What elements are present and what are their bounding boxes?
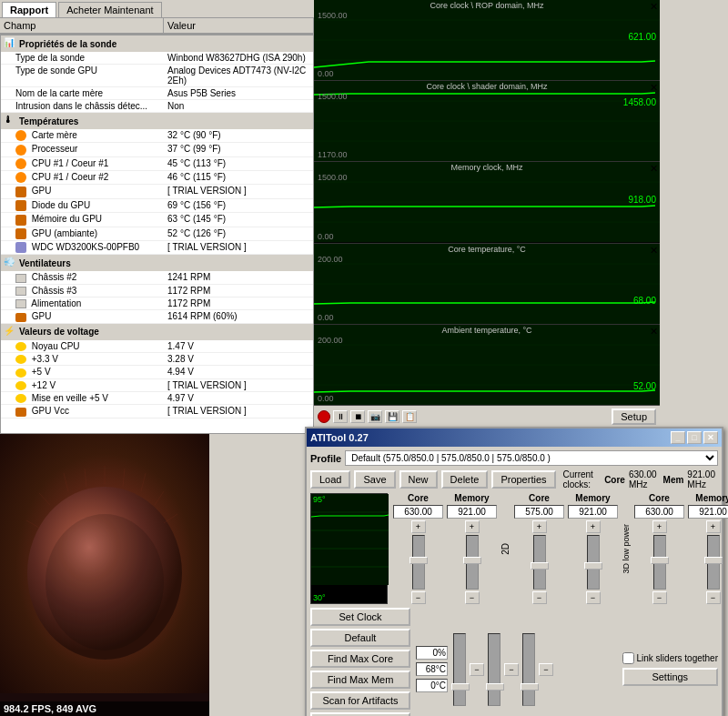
new-btn[interactable]: New: [399, 470, 438, 489]
graph-close-btn-2[interactable]: ✕: [650, 82, 658, 94]
table-row: +12 V [ TRIAL VERSION ]: [1, 379, 313, 392]
3d-perf-core-plus[interactable]: +: [652, 520, 667, 533]
3d-low-mem-minus[interactable]: −: [586, 591, 601, 604]
buttons-clocks-row: Load Save New Delete Properties Current …: [310, 469, 718, 489]
3d-low-mem-slider[interactable]: [587, 535, 600, 590]
properties-btn[interactable]: Properties: [491, 470, 555, 489]
link-sliders-row: Link sliders together: [622, 652, 719, 664]
3d-low-core-thumb[interactable]: [531, 562, 549, 570]
row-label: Carte mère: [1, 129, 165, 142]
3d-low-core-slider[interactable]: [533, 535, 546, 590]
row-label: CPU #1 / Coeur #2: [1, 171, 165, 184]
current-clocks-label: Current clocks:: [563, 469, 602, 489]
2d-mem-plus[interactable]: +: [465, 520, 480, 533]
graph-close-btn-4[interactable]: ✕: [650, 245, 658, 257]
2d-mem-thumb[interactable]: [463, 557, 481, 564]
3d-low-mem-plus[interactable]: +: [586, 520, 601, 533]
3d-low-core-input[interactable]: [514, 505, 564, 519]
fan-sliders: − − −: [453, 633, 617, 706]
graph-memory: ✕ Memory clock, MHz 1500.00 918.00 0.00: [314, 162, 660, 243]
2d-core-input[interactable]: [393, 505, 443, 519]
minimize-btn[interactable]: _: [671, 431, 685, 444]
profile-select[interactable]: Default (575.0/850.0 | 575.0/850.0 | 575…: [345, 450, 718, 466]
row-value: 37 °C (99 °F): [165, 143, 313, 156]
tab-acheter[interactable]: Acheter Maintenant: [58, 2, 161, 17]
row-label: Mise en veille +5 V: [1, 392, 165, 404]
row-value: 52 °C (126 °F): [165, 227, 313, 240]
2d-core-slider[interactable]: [412, 535, 425, 590]
2d-mem-slider[interactable]: [466, 535, 479, 590]
3d-low-mem-thumb[interactable]: [584, 562, 602, 570]
graph-svg-mem: [314, 162, 660, 242]
close-btn[interactable]: ✕: [703, 431, 718, 444]
3d-perf-core-slider[interactable]: [653, 535, 666, 590]
3d-perf-mem-plus[interactable]: +: [706, 520, 721, 533]
3d-perf-mem-slider[interactable]: [707, 535, 720, 590]
copy-btn[interactable]: 📋: [402, 410, 417, 423]
find-max-core-btn[interactable]: Find Max Core: [310, 650, 410, 668]
3d-perf-core-input[interactable]: [634, 505, 684, 519]
2d-core-thumb[interactable]: [410, 557, 428, 564]
pause-btn[interactable]: ⏸: [333, 410, 348, 423]
save-graph-btn[interactable]: 💾: [385, 410, 399, 423]
default-btn[interactable]: Default: [310, 629, 410, 647]
graph-close-btn-5[interactable]: ✕: [650, 326, 658, 338]
3d-perf-core-minus[interactable]: −: [652, 591, 667, 604]
3d-perf-mem-thumb[interactable]: [704, 557, 723, 564]
2d-mem-input[interactable]: [447, 505, 497, 519]
settings-btn[interactable]: Settings: [622, 668, 719, 686]
graph-close-btn-3[interactable]: ✕: [650, 163, 658, 175]
restore-btn[interactable]: □: [687, 431, 702, 444]
table-row: Carte mère 32 °C (90 °F): [1, 129, 313, 143]
temp-0-input[interactable]: [416, 679, 448, 692]
3d-low-core-minus[interactable]: −: [532, 591, 547, 604]
monitor-table[interactable]: 📊 Propriétés de la sonde Type de la sond…: [0, 35, 314, 434]
row-value: 63 °C (145 °F): [165, 213, 313, 226]
find-max-mem-btn[interactable]: Find Max Mem: [310, 671, 410, 689]
row-label: Intrusion dans le châssis détec...: [1, 100, 165, 112]
2d-core-plus[interactable]: +: [411, 520, 426, 533]
link-sliders-checkbox[interactable]: [622, 652, 634, 664]
fan-slider-3[interactable]: [522, 633, 535, 706]
graph-svg-rop: [314, 0, 660, 80]
link-settings: Link sliders together Settings: [622, 652, 719, 686]
row-value: 1241 RPM: [165, 271, 313, 283]
graph-max: 1500.00: [318, 11, 348, 20]
3d-perf-mem-input[interactable]: [688, 505, 728, 519]
profile-label: Profile: [310, 453, 341, 464]
setup-btn[interactable]: Setup: [612, 408, 656, 425]
graph-close-btn[interactable]: ✕: [650, 1, 658, 13]
row-value: 3.28 V: [165, 353, 313, 365]
row-label: Mémoire du GPU: [1, 213, 165, 226]
2d-label-col: 2D: [500, 493, 511, 604]
3d-low-core-plus[interactable]: +: [532, 520, 547, 533]
scan-artifacts-btn[interactable]: Scan for Artifacts: [310, 691, 410, 710]
delete-btn[interactable]: Delete: [441, 470, 489, 489]
camera-btn[interactable]: 📷: [368, 410, 382, 423]
pct-0-input[interactable]: [416, 646, 448, 660]
close-3d-btn[interactable]: Close 3D View: [310, 712, 410, 716]
record-btn[interactable]: [318, 410, 330, 423]
fan-minus-2[interactable]: −: [504, 663, 519, 676]
load-btn[interactable]: Load: [310, 470, 350, 489]
tab-rapport[interactable]: Rapport: [2, 2, 56, 17]
temp-68-input[interactable]: [416, 662, 448, 676]
2d-mem-minus[interactable]: −: [465, 591, 480, 604]
3d-perf-core-thumb[interactable]: [651, 557, 669, 564]
set-clock-btn[interactable]: Set Clock: [310, 608, 410, 626]
2d-core-minus[interactable]: −: [411, 591, 426, 604]
fan-minus-1[interactable]: −: [470, 663, 484, 676]
stop-btn[interactable]: ⏹: [350, 410, 365, 423]
3d-low-core-col: Core + −: [514, 493, 564, 604]
save-btn[interactable]: Save: [354, 470, 395, 489]
window-title: ATITool 0.27: [310, 432, 369, 443]
fan-slider-1[interactable]: [453, 633, 466, 706]
fan-slider-2-thumb[interactable]: [486, 683, 504, 691]
fan-slider-1-thumb[interactable]: [451, 683, 470, 691]
fan-minus-3[interactable]: −: [539, 663, 553, 676]
3d-perf-mem-minus[interactable]: −: [706, 591, 721, 604]
fan-slider-3-thumb[interactable]: [521, 683, 539, 691]
row-label: WDC WD3200KS-00PFB0: [1, 241, 165, 254]
3d-low-mem-input[interactable]: [568, 505, 618, 519]
fan-slider-2[interactable]: [488, 633, 500, 706]
